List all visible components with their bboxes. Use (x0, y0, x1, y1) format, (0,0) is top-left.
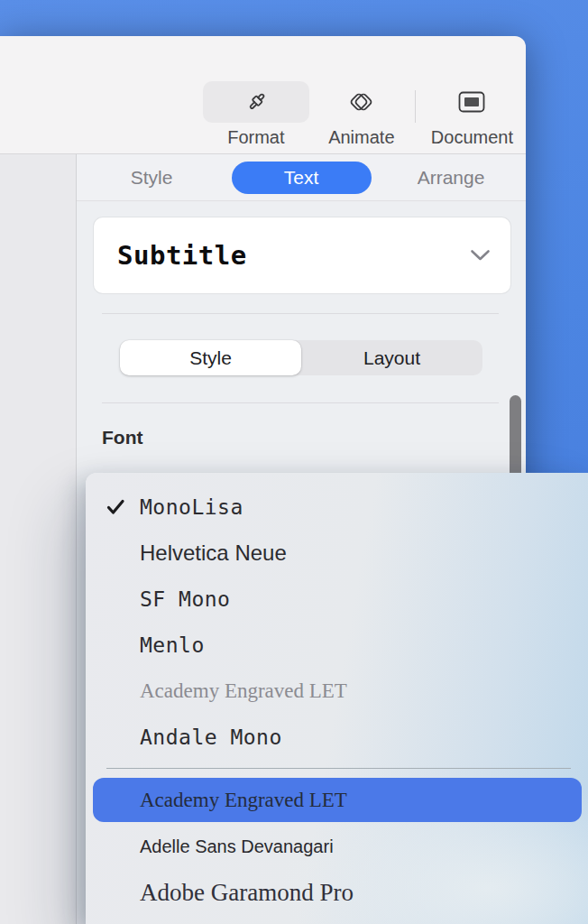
font-name-label: Academy Engraved LET (140, 789, 347, 812)
chevron-down-icon (470, 249, 491, 262)
paragraph-style-dropdown[interactable]: Subtitle (94, 217, 510, 293)
font-name-label: MonoLisa (140, 495, 243, 519)
font-name-label: Menlo (140, 633, 205, 657)
font-menu-item[interactable]: Adelle Sans Devanagari (86, 824, 588, 870)
segment-style[interactable]: Style (120, 340, 301, 375)
animate-label: Animate (328, 127, 394, 148)
segment-layout[interactable]: Layout (301, 340, 482, 375)
section-divider (102, 402, 499, 403)
menu-divider (106, 768, 571, 769)
format-label: Format (227, 127, 284, 148)
font-name-label: Helvetica Neue (140, 541, 287, 566)
font-menu-item[interactable]: Academy Engraved LET (86, 668, 588, 714)
tab-style[interactable]: Style (131, 162, 173, 193)
document-button[interactable]: Document (431, 81, 513, 148)
font-name-label: Academy Engraved LET (140, 679, 347, 703)
document-label: Document (431, 127, 513, 148)
paragraph-style-value: Subtitle (117, 240, 247, 271)
font-name-label: Adobe Garamond Pro (140, 879, 354, 907)
slide-canvas-edge (0, 154, 77, 924)
window-toolbar: Format Animate (0, 36, 526, 153)
toolbar-buttons: Format Animate (189, 81, 513, 148)
animate-button[interactable]: Animate (323, 81, 400, 148)
font-menu-item[interactable]: Andale Mono (86, 714, 588, 760)
font-name-label: SF Mono (140, 587, 230, 611)
font-menu-item[interactable]: SF Mono (86, 576, 588, 622)
font-menu-item[interactable]: Menlo (86, 622, 588, 668)
font-menu-item[interactable]: MonoLisa (86, 484, 588, 530)
font-dropdown-menu: MonoLisa Helvetica Neue SF Mono Menlo (86, 473, 588, 924)
font-menu-item[interactable]: Helvetica Neue (86, 530, 588, 576)
font-name-label: Adelle Sans Devanagari (140, 836, 334, 857)
animate-diamonds-icon (323, 81, 400, 123)
font-menu-item[interactable]: Academy Engraved LET (93, 778, 582, 822)
document-icon (433, 81, 510, 123)
font-name-label: Andale Mono (140, 725, 282, 749)
tab-text[interactable]: Text (232, 162, 372, 194)
inspector-tab-bar: Style Text Arrange (77, 154, 526, 201)
checkmark-icon (106, 499, 140, 515)
font-menu-item[interactable]: Adobe Garamond Pro (86, 870, 588, 916)
tab-arrange[interactable]: Arrange (418, 162, 485, 193)
style-layout-segmented-control: Style Layout (120, 340, 482, 375)
section-divider (102, 313, 499, 314)
toolbar-divider (415, 90, 416, 123)
font-section-label: Font (102, 427, 526, 448)
paintbrush-icon (203, 81, 309, 123)
format-button[interactable]: Format (203, 81, 309, 148)
